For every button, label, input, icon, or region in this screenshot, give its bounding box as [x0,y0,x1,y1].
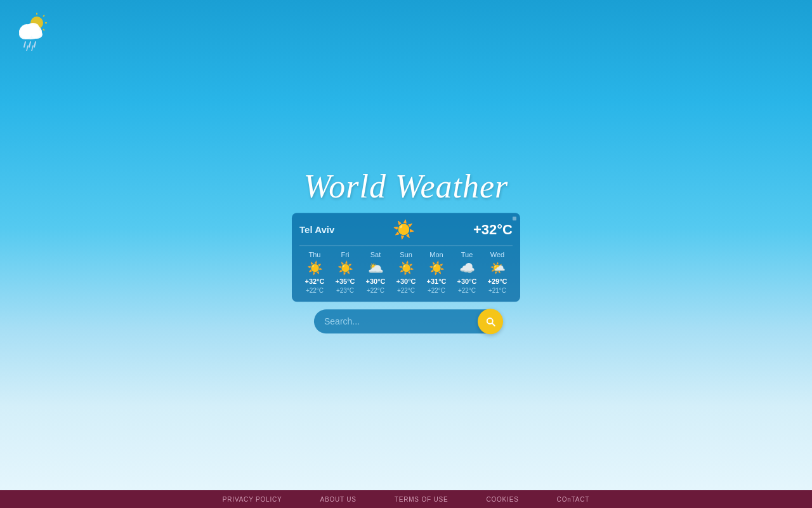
forecast-wed: Wed 🌤️ +29°C +21°C [482,251,513,294]
day-high-thu: +32°C [304,277,324,285]
day-low-wed: +21°C [488,287,506,294]
svg-line-4 [43,29,44,30]
footer-contact[interactable]: COnTACT [557,496,590,503]
day-label-wed: Wed [490,251,504,258]
forecast-sun: Sun ☀️ +30°C +22°C [391,251,421,294]
logo [13,13,54,53]
day-high-sat: +30°C [365,277,385,285]
day-label-fri: Fri [341,251,350,258]
day-low-sun: +22°C [397,287,415,294]
day-high-fri: +35°C [335,277,355,285]
day-high-wed: +29°C [487,277,507,285]
svg-line-14 [32,46,33,51]
svg-line-2 [43,15,44,17]
weather-header: Tel Aviv ☀️ +32°C [299,219,513,240]
day-high-tue: +30°C [457,277,476,285]
day-label-tue: Tue [461,251,473,258]
search-input[interactable] [314,309,498,333]
forecast-sat: Sat 🌥️ +30°C +22°C [360,251,391,294]
day-high-mon: +31°C [426,277,446,285]
footer-terms-of-use[interactable]: TERMS OF USE [395,496,449,503]
main-content: World Weather Tel Aviv ☀️ +32°C Thu ☀️ +… [292,168,520,333]
day-low-sat: +22°C [367,287,384,294]
day-icon-mon: ☀️ [429,260,445,276]
footer: PRIVACY POLICY ABOUT US TERMS OF USE COO… [0,490,812,508]
day-icon-thu: ☀️ [307,260,323,276]
forecast-thu: Thu ☀️ +32°C +22°C [299,251,330,294]
day-label-thu: Thu [309,251,321,258]
app-title: World Weather [304,168,509,205]
city-name: Tel Aviv [299,224,334,235]
day-icon-fri: ☀️ [337,260,353,276]
current-weather-icon: ☀️ [393,219,415,240]
forecast-fri: Fri ☀️ +35°C +23°C [330,251,360,294]
day-label-sun: Sun [400,251,412,258]
day-icon-wed: 🌤️ [490,260,506,276]
current-temperature: +32°C [473,222,513,238]
day-low-mon: +22°C [428,287,445,294]
search-container [314,309,498,333]
weather-widget: Tel Aviv ☀️ +32°C Thu ☀️ +32°C +22°C Fri… [292,213,520,302]
day-label-mon: Mon [429,251,443,258]
day-low-fri: +23°C [336,287,354,294]
day-icon-tue: ☁️ [459,260,475,276]
svg-line-13 [27,46,28,51]
forecast-tue: Tue ☁️ +30°C +22°C [452,251,482,294]
day-icon-sun: ☀️ [398,260,414,276]
day-label-sat: Sat [370,251,381,258]
svg-line-12 [34,42,36,47]
cloud-rain-icon [13,13,54,51]
forecast-row: Thu ☀️ +32°C +22°C Fri ☀️ +35°C +23°C Sa… [299,245,513,294]
widget-handle [513,217,516,220]
day-low-thu: +22°C [306,287,324,294]
svg-point-9 [27,23,39,33]
search-button[interactable] [478,309,503,334]
day-high-sun: +30°C [396,277,416,285]
forecast-mon: Mon ☀️ +31°C +22°C [421,251,452,294]
footer-privacy-policy[interactable]: PRIVACY POLICY [223,496,282,503]
day-icon-sat: 🌥️ [368,260,384,276]
day-low-tue: +22°C [458,287,476,294]
footer-about-us[interactable]: ABOUT US [320,496,356,503]
search-icon [485,316,496,327]
svg-line-10 [24,42,25,47]
footer-cookies[interactable]: COOKIES [486,496,518,503]
svg-line-11 [29,42,30,47]
